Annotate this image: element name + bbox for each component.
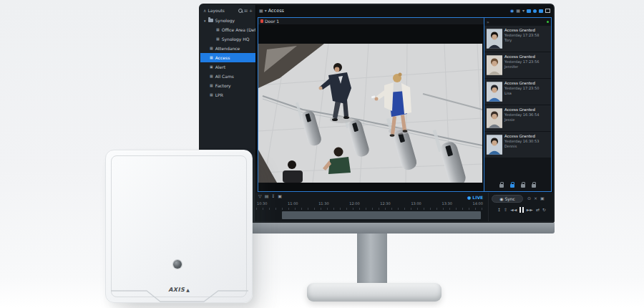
monitor-stand-base: [307, 283, 441, 302]
sidebar-item-label: Synology HQ: [222, 37, 250, 42]
fullscreen-icon[interactable]: [545, 9, 550, 13]
event-card[interactable]: Access Granted Yesterday 16:30:53 Dennis: [484, 132, 551, 158]
person-thumbnail: [487, 134, 502, 155]
panel-collapse-icon[interactable]: »: [487, 19, 489, 24]
sidebar-item-attendance[interactable]: ▦ Attendance: [200, 44, 255, 53]
live-label: LIVE: [472, 195, 483, 200]
event-title: Access Granted: [504, 134, 539, 139]
sidebar-item-synology-hq[interactable]: ▦ Synology HQ: [200, 34, 255, 44]
replay-icon[interactable]: ↻: [542, 208, 546, 212]
layout-grid-icon: ▦: [210, 84, 213, 87]
folder-icon: [208, 19, 213, 22]
sidebar-item-office-area[interactable]: ▦ Office Area (Defaul...: [200, 25, 255, 34]
event-time: Yesterday 17:23:50: [504, 86, 539, 91]
sync-toggle[interactable]: ◉ Sync: [492, 195, 523, 203]
forward-button[interactable]: ►►: [527, 208, 533, 212]
event-time: Yesterday 17:23:56: [504, 59, 539, 64]
sidebar-item-access[interactable]: ▦ Access: [200, 53, 255, 62]
tick-label: 11:30: [318, 201, 328, 206]
event-person-name: Tory: [504, 38, 539, 43]
sidebar-item-factory[interactable]: ▦ Factory: [200, 81, 255, 90]
display-2-icon[interactable]: [533, 9, 537, 13]
view-grid-icon[interactable]: ▦: [259, 9, 263, 13]
new-layout-icon[interactable]: ⊞: [244, 9, 248, 13]
live-indicator[interactable]: ● LIVE: [467, 195, 483, 200]
sidebar-item-label: Attendance: [215, 46, 240, 51]
chevron-down-icon[interactable]: ▾: [265, 9, 267, 13]
layout-grid-icon: ▦: [210, 56, 213, 59]
filter-icon[interactable]: ▽: [258, 194, 262, 198]
axis-wordmark: AXIS: [168, 287, 185, 293]
layout-grid-icon: ▦: [210, 74, 213, 78]
display-3-icon[interactable]: [539, 9, 543, 13]
door-actions-toolbar: [484, 181, 551, 191]
layout-grid-icon: ▦: [210, 93, 213, 97]
tick-marks: [256, 208, 484, 210]
bookmark-icon[interactable]: ⇧: [504, 208, 507, 212]
view-tab-label[interactable]: Access: [268, 8, 284, 14]
recording-track[interactable]: [282, 211, 481, 219]
export-clip-icon[interactable]: ↥: [497, 208, 501, 212]
close-icon[interactable]: ×: [534, 196, 537, 201]
sidebar-item-label: Office Area (Defaul...: [222, 27, 255, 32]
sidebar-item-synology[interactable]: ▾ Synology: [200, 16, 255, 25]
person-thumbnail: [487, 54, 502, 76]
live-dot-icon: ●: [467, 195, 471, 200]
access-view: Door 1: [258, 17, 552, 192]
layout-grid-icon: ▦: [216, 37, 220, 41]
sidebar-item-all-cams[interactable]: ▦ All Cams: [200, 72, 255, 81]
event-title: Access Granted: [504, 28, 539, 33]
door-schedule-icon[interactable]: [532, 184, 536, 188]
video-feed[interactable]: [258, 24, 484, 191]
chevron-down-icon[interactable]: ▾: [204, 19, 206, 23]
sidebar-item-lpr[interactable]: ▦ LPR: [200, 90, 255, 100]
rewind-button[interactable]: ◄◄: [510, 208, 517, 212]
record-icon[interactable]: ⊙: [527, 196, 531, 201]
jump-live-icon[interactable]: ⇄: [536, 208, 540, 212]
person-thumbnail: [487, 28, 502, 49]
tick-label: 10:30: [257, 201, 267, 206]
search-icon[interactable]: [238, 9, 243, 13]
tick-label: 11:00: [288, 201, 298, 206]
event-person-name: Lisa: [504, 91, 539, 96]
display-1-icon[interactable]: [527, 9, 531, 13]
export-icon[interactable]: ▤: [265, 194, 269, 198]
playback-controls: ◉ Sync ⊙ × ▣ ↥ ⇧ ◄◄ ►► ⇄: [488, 193, 553, 221]
tick-label: 13:00: [411, 201, 421, 206]
event-card[interactable]: Access Granted Yesterday 17:23:56 Jennif…: [484, 52, 551, 79]
monitor-stand-neck: [357, 234, 387, 284]
timeline-ruler[interactable]: 10:30 11:00 11:30 12:00 12:30 13:00 13:3…: [257, 201, 483, 206]
door-locked-icon[interactable]: [499, 184, 504, 188]
event-card[interactable]: Access Granted Yesterday 16:36:54 Jessie: [484, 105, 551, 132]
tick-label: 14:00: [473, 201, 483, 206]
settings-icon[interactable]: ▣: [540, 196, 545, 201]
door1-video-panel[interactable]: Door 1: [258, 18, 484, 191]
device-lid-seam: [111, 155, 247, 297]
snapshot-icon[interactable]: ▣: [278, 194, 282, 198]
video-panel-title: Door 1: [265, 19, 279, 24]
app-window: ∧ Layouts ⊞ + ▾ Synology ▦ Office Area (…: [200, 5, 553, 221]
sidebar-item-label: LPR: [215, 92, 223, 97]
event-card[interactable]: Access Granted Yesterday 17:23:58 Tory: [484, 26, 551, 52]
event-person-name: Dennis: [504, 144, 539, 149]
event-card[interactable]: Access Granted Yesterday 17:23:50 Lisa: [484, 79, 551, 105]
timeline-bar: ▽ ▤ ↧ ▣ ● LIVE 10:30 11:00 11:30 12:00 1…: [256, 193, 553, 221]
sync-dot-icon: ◉: [499, 196, 503, 201]
sidebar-item-alert[interactable]: ▣ Alert: [200, 62, 255, 72]
chevron-down-icon[interactable]: ▾: [522, 9, 525, 13]
collapse-icon[interactable]: ∧: [203, 9, 206, 13]
download-icon[interactable]: ↧: [271, 194, 275, 198]
tick-label: 13:30: [441, 201, 452, 206]
event-title: Access Granted: [504, 54, 539, 59]
pause-button[interactable]: [519, 207, 524, 213]
axis-triangle-icon: ▲: [186, 287, 190, 292]
add-icon[interactable]: +: [249, 9, 253, 13]
event-person-name: Jennifer: [504, 64, 539, 69]
layout-switch-icon[interactable]: ▦: [516, 9, 520, 13]
camera-icon: ▣: [210, 65, 213, 69]
door-access-icon[interactable]: [521, 184, 525, 188]
sidebar-item-label: All Cams: [215, 74, 234, 79]
device-lock-knob: [173, 260, 182, 269]
sidebar-item-label: Alert: [215, 64, 225, 69]
door-unlocked-icon[interactable]: [510, 184, 514, 188]
